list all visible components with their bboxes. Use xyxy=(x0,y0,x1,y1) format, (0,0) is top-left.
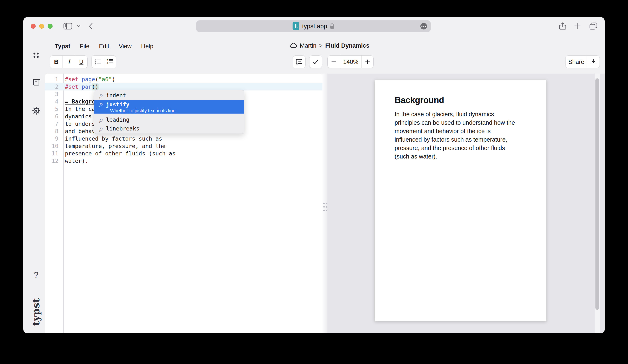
code-line[interactable]: 2#set par() xyxy=(45,83,322,90)
svg-text:1: 1 xyxy=(107,59,108,62)
param-label: indent xyxy=(106,92,126,98)
numbered-list-icon: 1 2 xyxy=(107,59,113,65)
comment-button[interactable] xyxy=(293,56,306,68)
menu-view[interactable]: View xyxy=(119,43,132,50)
menu-edit[interactable]: Edit xyxy=(99,43,109,50)
line-text: #set par() xyxy=(63,83,98,90)
zoom-control-group: 140% xyxy=(327,56,374,68)
param-prefix: p xyxy=(98,126,103,132)
app-menubar: Typst File Edit View Help xyxy=(55,43,154,50)
typst-favicon: t xyxy=(293,22,299,30)
zoom-level[interactable]: 140% xyxy=(340,56,361,68)
param-label: linebreaks xyxy=(106,125,140,132)
code-line[interactable]: 9influenced by factors such as xyxy=(45,135,322,143)
document-page: Background In the case of glaciers, flui… xyxy=(375,80,546,321)
autocomplete-item-indent[interactable]: pindent xyxy=(94,91,244,100)
document-heading: Background xyxy=(394,95,444,105)
code-line[interactable]: 12water). xyxy=(45,157,322,165)
code-line[interactable]: 10temperature, pressure, and the xyxy=(45,143,322,150)
chevron-down-icon[interactable] xyxy=(77,25,80,27)
line-text: temperature, pressure, and the xyxy=(63,143,165,150)
numbered-list-button[interactable]: 1 2 xyxy=(104,56,116,68)
spellcheck-button[interactable] xyxy=(309,56,322,68)
line-number: 1 xyxy=(45,76,63,83)
share-page-icon[interactable] xyxy=(559,22,566,30)
line-number: 9 xyxy=(45,135,63,143)
line-text: presence of other fluids (such as xyxy=(63,150,175,157)
comment-icon xyxy=(296,59,302,65)
new-tab-icon[interactable] xyxy=(574,23,580,29)
line-number: 2 xyxy=(45,83,63,90)
line-number: 4 xyxy=(45,98,63,105)
zoom-in-button[interactable] xyxy=(361,56,373,68)
settings-gear-icon[interactable] xyxy=(32,107,40,115)
share-button[interactable]: Share xyxy=(565,56,587,68)
menu-help[interactable]: Help xyxy=(141,43,154,50)
page-settings-button[interactable] xyxy=(420,23,427,29)
safari-window: t typst.app Typst File Edit View H xyxy=(23,17,605,333)
line-number: 11 xyxy=(45,150,63,157)
text-style-group: B I U xyxy=(50,56,88,68)
back-button[interactable] xyxy=(89,23,93,29)
sidebar-toggle-icon[interactable] xyxy=(64,23,72,29)
line-number: 3 xyxy=(45,90,63,98)
lock-icon xyxy=(330,23,334,29)
traffic-close-button[interactable] xyxy=(31,24,36,29)
param-prefix: p xyxy=(98,117,103,123)
traffic-minimize-button[interactable] xyxy=(39,24,44,29)
check-icon xyxy=(313,59,318,64)
help-button[interactable]: ? xyxy=(32,270,40,280)
url-text: typst.app xyxy=(302,23,327,30)
italic-button[interactable]: I xyxy=(63,56,75,68)
files-box-icon[interactable] xyxy=(32,78,40,86)
line-text: influenced by factors such as xyxy=(63,135,162,143)
share-group: Share xyxy=(565,56,600,68)
preview-scrollbar-thumb[interactable] xyxy=(595,78,599,310)
param-label: leading xyxy=(106,116,130,123)
param-label: justify xyxy=(106,101,130,108)
line-number: 5 xyxy=(45,105,63,113)
autocomplete-item-justify[interactable]: pjustifyWhether to justify text in its l… xyxy=(94,100,244,114)
param-description: Whether to justify text in its line. xyxy=(110,108,244,114)
dashboard-icon[interactable] xyxy=(33,52,40,59)
line-number: 8 xyxy=(45,128,63,135)
typst-logo: typst xyxy=(30,294,42,329)
line-text xyxy=(63,90,65,98)
pane-splitter[interactable] xyxy=(322,73,327,333)
chrome-divider xyxy=(75,23,75,29)
autocomplete-item-linebreaks[interactable]: plinebreaks xyxy=(94,124,244,133)
breadcrumb-document[interactable]: Fluid Dynamics xyxy=(325,42,370,49)
bold-button[interactable]: B xyxy=(50,56,63,68)
breadcrumb-separator: > xyxy=(319,42,323,49)
code-line[interactable]: 11presence of other fluids (such as xyxy=(45,150,322,157)
line-number: 7 xyxy=(45,120,63,128)
bullet-list-button[interactable] xyxy=(91,56,104,68)
menu-typst[interactable]: Typst xyxy=(55,43,70,50)
param-prefix: p xyxy=(98,101,103,107)
zoom-out-button[interactable] xyxy=(328,56,340,68)
breadcrumb: Martin > Fluid Dynamics xyxy=(290,42,370,49)
breadcrumb-workspace[interactable]: Martin xyxy=(300,42,316,49)
line-text: water). xyxy=(63,157,88,165)
line-number: 6 xyxy=(45,113,63,120)
preview-pane: Background In the case of glaciers, flui… xyxy=(327,73,605,333)
line-number: 12 xyxy=(45,157,63,165)
line-number: 10 xyxy=(45,143,63,150)
param-prefix: p xyxy=(98,92,103,98)
tab-overview-icon[interactable] xyxy=(589,22,597,30)
svg-text:2: 2 xyxy=(107,62,108,65)
menu-file[interactable]: File xyxy=(80,43,89,50)
document-paragraph: In the case of glaciers, fluid dynamics … xyxy=(394,110,535,161)
autocomplete-item-leading[interactable]: pleading xyxy=(94,115,244,124)
autocomplete-dropdown: pindentpjustifyWhether to justify text i… xyxy=(94,90,244,134)
address-bar[interactable]: t typst.app xyxy=(196,20,431,32)
preview-scrollbar[interactable] xyxy=(595,73,600,333)
download-icon xyxy=(591,59,596,65)
code-line[interactable]: 1#set page("a6") xyxy=(45,76,322,83)
download-button[interactable] xyxy=(587,56,600,68)
line-text: #set page("a6") xyxy=(63,76,115,83)
traffic-zoom-button[interactable] xyxy=(48,24,53,29)
underline-button[interactable]: U xyxy=(75,56,87,68)
bullet-list-icon xyxy=(95,59,101,65)
list-group: 1 2 xyxy=(91,56,116,68)
